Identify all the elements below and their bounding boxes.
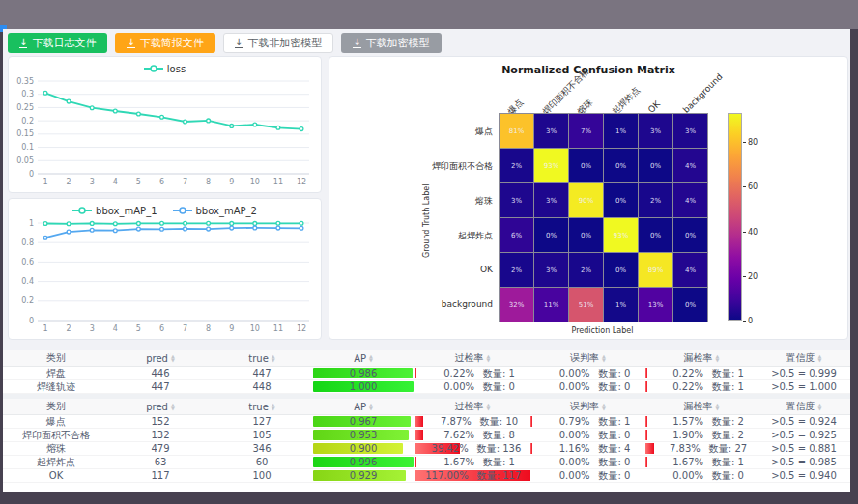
column-header-ap[interactable]: AP▲▼ xyxy=(312,350,415,367)
cell-true: 60 xyxy=(212,456,312,469)
svg-text:11: 11 xyxy=(273,178,283,186)
rate-count: 数量: 0 xyxy=(712,469,744,483)
sort-icon[interactable]: ▲▼ xyxy=(716,403,720,410)
cell-conf: >0.5 = 1.000 xyxy=(758,380,850,394)
sort-icon[interactable]: ▲▼ xyxy=(487,403,491,410)
cell-value: 爆点 xyxy=(46,415,66,429)
cell-pred: 152 xyxy=(109,415,212,429)
cell-value: 焊盘 xyxy=(46,367,66,380)
cell-cls: 焊盘 xyxy=(3,367,109,380)
column-header-label: pred xyxy=(146,402,168,412)
colorbar-tick-label: 40 xyxy=(748,228,758,237)
rate-percent: 0.22% xyxy=(659,368,703,378)
column-header-pred[interactable]: pred▲▼ xyxy=(109,350,212,367)
legend-item-loss[interactable]: loss xyxy=(144,62,186,75)
colorbar-tick-mark xyxy=(743,232,746,233)
cell-value: 105 xyxy=(252,430,271,440)
ap-value: 0.996 xyxy=(350,457,378,467)
rate-percent: 1.16% xyxy=(546,443,590,454)
column-header-mis[interactable]: 误判率▲▼ xyxy=(530,399,645,415)
matrix-x-axis-label: Prediction Label xyxy=(499,326,706,335)
column-header-miss[interactable]: 漏检率▲▼ xyxy=(645,350,758,367)
colorbar-tick-label: 20 xyxy=(748,272,758,281)
column-header-label: true xyxy=(248,353,269,364)
svg-text:12: 12 xyxy=(297,178,306,186)
rate-text: 39.42%数量: 136 xyxy=(424,442,522,456)
svg-text:0.35: 0.35 xyxy=(16,77,34,86)
loss-line-chart: 00.050.10.150.20.250.30.3512345678910111… xyxy=(9,75,319,189)
sort-icon[interactable]: ▲▼ xyxy=(272,354,275,362)
map-line-chart: 00.20.40.60.81123456789101112 xyxy=(9,217,319,336)
column-header-label: 过检率 xyxy=(455,400,484,413)
sort-icon[interactable]: ▲▼ xyxy=(818,354,822,362)
column-header-conf[interactable]: 置信度▲▼ xyxy=(758,399,850,415)
download-icon: ↓ xyxy=(19,38,27,48)
column-header-over[interactable]: 过检率▲▼ xyxy=(415,350,530,367)
table-row: 焊盘4464470.9860.22%数量: 10.00%数量: 00.22%数量… xyxy=(3,367,850,380)
svg-text:0.2: 0.2 xyxy=(21,117,34,126)
column-header-conf[interactable]: 置信度▲▼ xyxy=(758,350,850,367)
colorbar-tick-mark xyxy=(743,186,746,187)
cell-cls: 焊印面积不合格 xyxy=(3,429,109,442)
sort-icon[interactable]: ▲▼ xyxy=(818,403,822,410)
column-header-ap[interactable]: AP▲▼ xyxy=(312,399,415,415)
column-header-over[interactable]: 过检率▲▼ xyxy=(415,399,530,415)
rate-percent: 0.00% xyxy=(546,430,590,440)
rate-count: 数量: 0 xyxy=(599,380,631,394)
sort-icon[interactable]: ▲▼ xyxy=(369,403,373,410)
window-chrome-top xyxy=(0,0,858,29)
column-header-true[interactable]: true▲▼ xyxy=(212,399,312,415)
svg-text:2: 2 xyxy=(67,324,72,333)
matrix-cell: 4% xyxy=(673,149,707,182)
sort-icon[interactable]: ▲▼ xyxy=(272,403,275,410)
matrix-cell: 93% xyxy=(534,149,568,182)
matrix-row-label: 焊印面积不合格 xyxy=(415,160,493,173)
sort-icon[interactable]: ▲▼ xyxy=(171,354,175,362)
rate-percent: 117.00% xyxy=(424,470,469,481)
svg-text:4: 4 xyxy=(113,178,118,186)
download-button-1[interactable]: ↓下载日志文件 xyxy=(8,33,107,53)
confidence-value: >0.5 = 0.999 xyxy=(771,368,837,378)
sort-icon[interactable]: ▲▼ xyxy=(716,354,720,362)
cell-true: 346 xyxy=(212,442,312,456)
svg-text:5: 5 xyxy=(136,178,141,186)
sort-icon[interactable]: ▲▼ xyxy=(369,354,373,362)
cell-miss: 1.67%数量: 1 xyxy=(645,456,758,469)
colorbar-tick-mark xyxy=(743,321,746,322)
column-header-cls: 类别 xyxy=(3,350,109,367)
rate-text: 0.00%数量: 0 xyxy=(659,469,744,483)
legend-item-bbox_mAP_2[interactable]: bbox_mAP_2 xyxy=(173,204,257,217)
svg-text:0.1: 0.1 xyxy=(21,143,34,152)
svg-text:0.6: 0.6 xyxy=(21,258,34,266)
matrix-row-label: background xyxy=(415,299,493,309)
cell-value: 焊缝轨迹 xyxy=(37,380,75,394)
download-button-4[interactable]: ↓下载加密模型 xyxy=(341,33,441,53)
table-row: 熔珠4793460.90039.42%数量: 1361.16%数量: 47.83… xyxy=(3,442,850,456)
cell-value: 448 xyxy=(252,381,271,392)
rate-count: 数量: 1 xyxy=(712,456,744,469)
sort-icon[interactable]: ▲▼ xyxy=(171,403,175,410)
matrix-cell: 3% xyxy=(673,114,707,148)
sort-icon[interactable]: ▲▼ xyxy=(487,354,491,362)
rate-bar xyxy=(645,430,647,440)
column-header-mis[interactable]: 误判率▲▼ xyxy=(530,350,645,367)
svg-text:6: 6 xyxy=(159,178,164,186)
cell-true: 105 xyxy=(212,429,312,442)
cell-value: 熔珠 xyxy=(46,442,66,456)
column-header-miss[interactable]: 漏检率▲▼ xyxy=(645,399,758,415)
sort-icon[interactable]: ▲▼ xyxy=(602,354,606,362)
download-button-2[interactable]: ↓下载简报文件 xyxy=(115,33,214,53)
column-header-label: AP xyxy=(354,353,366,364)
download-button-3[interactable]: ↓下载非加密模型 xyxy=(223,33,333,53)
rate-text: 0.22%数量: 1 xyxy=(659,367,744,380)
rate-bar xyxy=(645,443,654,454)
column-header-true[interactable]: true▲▼ xyxy=(212,350,312,367)
rate-text: 1.16%数量: 4 xyxy=(546,442,631,456)
sort-icon[interactable]: ▲▼ xyxy=(602,403,606,410)
svg-text:3: 3 xyxy=(90,178,95,186)
confusion-matrix: Ground Truth Label爆点爆点焊印面积不合格焊印面积不合格熔珠熔珠… xyxy=(329,76,849,335)
cell-value: 焊印面积不合格 xyxy=(22,429,90,442)
legend-item-bbox_mAP_1[interactable]: bbox_mAP_1 xyxy=(72,204,157,217)
column-header-pred[interactable]: pred▲▼ xyxy=(109,399,212,415)
cell-value: 447 xyxy=(151,381,169,392)
